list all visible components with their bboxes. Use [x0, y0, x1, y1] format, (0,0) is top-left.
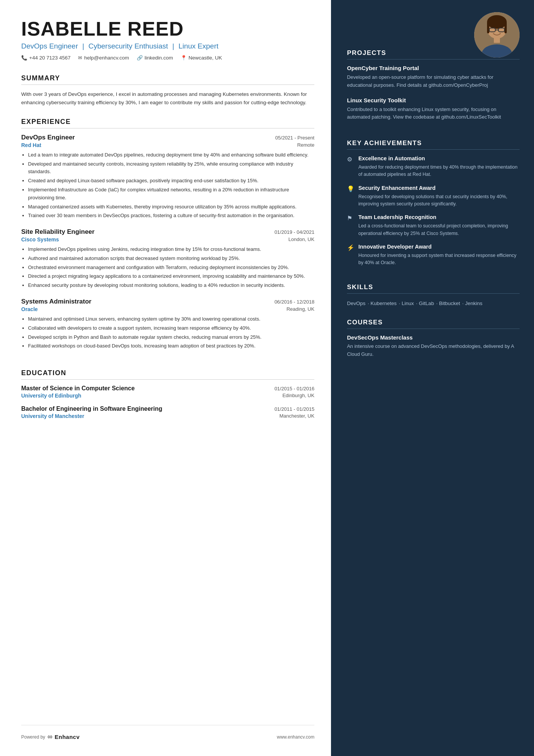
- candidate-name: ISABELLE REED: [21, 18, 314, 40]
- exp-bullets-2: Implemented DevOps pipelines using Jenki…: [21, 246, 314, 290]
- project-desc-1: Developed an open-source platform for si…: [347, 74, 520, 89]
- skills-section: SKILLS DevOps · Kubernetes · Linux · Git…: [347, 283, 520, 308]
- title-2: Cybersecurity Enthusiast: [88, 42, 168, 50]
- bullet-2-4: Directed a project migrating legacy appl…: [28, 272, 314, 280]
- right-column: PROJECTS OpenCyber Training Portal Devel…: [331, 0, 534, 756]
- project-name-1: OpenCyber Training Portal: [347, 65, 520, 71]
- bullet-3-2: Collaborated with developers to create a…: [28, 324, 314, 332]
- exp-role-2: Site Reliability Engineer: [21, 228, 95, 236]
- skill-3: Linux: [402, 301, 414, 306]
- phone-icon: 📞: [21, 55, 27, 61]
- candidate-titles: DevOps Engineer | Cybersecurity Enthusia…: [21, 42, 314, 50]
- exp-header-3: Systems Administrator 06/2016 - 12/2018: [21, 298, 314, 305]
- edu-school-1: University of Edinburgh: [21, 393, 81, 399]
- svg-rect-3: [487, 22, 489, 33]
- avatar-container: [474, 12, 520, 58]
- exp-location-1: Remote: [297, 142, 315, 148]
- courses-title: COURSES: [347, 319, 520, 329]
- achievements-section: KEY ACHIEVEMENTS ⚙ Excellence in Automat…: [347, 139, 520, 272]
- skills-title: SKILLS: [347, 283, 520, 294]
- education-title: EDUCATION: [21, 369, 314, 380]
- contact-linkedin: 🔗 linkedin.com: [137, 55, 173, 61]
- exp-role-3: Systems Administrator: [21, 298, 91, 305]
- contact-info: 📞 +44 20 7123 4567 ✉ help@enhancv.com 🔗 …: [21, 55, 314, 61]
- summary-text: With over 3 years of DevOps experience, …: [21, 90, 314, 107]
- skill-1: DevOps: [347, 301, 365, 306]
- bullet-3-1: Maintained and optimised Linux servers, …: [28, 315, 314, 323]
- skill-4: GitLab: [419, 301, 434, 306]
- exp-entry-2: Site Reliability Engineer 01/2019 - 04/2…: [21, 228, 314, 290]
- pipe-1: |: [82, 42, 86, 50]
- exp-dates-2: 01/2019 - 04/2021: [275, 229, 315, 235]
- edu-location-2: Manchester, UK: [279, 413, 315, 419]
- achievement-title-4: Innovative Developer Award: [358, 243, 520, 250]
- achievement-content-4: Innovative Developer Award Honoured for …: [358, 243, 520, 267]
- contact-phone: 📞 +44 20 7123 4567: [21, 55, 70, 61]
- exp-company-row-1: Red Hat Remote: [21, 142, 314, 148]
- title-3: Linux Expert: [178, 42, 219, 50]
- exp-bullets-1: Led a team to integrate automated DevOps…: [21, 151, 314, 220]
- achievement-entry-1: ⚙ Excellence in Automation Awarded for r…: [347, 155, 520, 178]
- edu-row-1: Master of Science in Computer Science 01…: [21, 385, 314, 392]
- project-entry-1: OpenCyber Training Portal Developed an o…: [347, 65, 520, 89]
- edu-degree-2: Bachelor of Engineering in Software Engi…: [21, 405, 162, 412]
- bullet-3-3: Developed scripts in Python and Bash to …: [28, 333, 314, 341]
- course-desc-1: An intensive course on advanced DevSecOp…: [347, 343, 520, 358]
- bullet-2-3: Orchestrated environment management and …: [28, 264, 314, 272]
- achievement-desc-2: Recognised for developing solutions that…: [358, 193, 520, 208]
- achievement-icon-4: ⚡: [347, 244, 354, 251]
- achievement-content-3: Team Leadership Recognition Led a cross-…: [358, 214, 520, 237]
- footer-powered: Powered by ∞ Enhancv: [21, 733, 80, 741]
- resume-wrapper: ISABELLE REED DevOps Engineer | Cybersec…: [0, 0, 534, 756]
- exp-dates-1: 05/2021 - Present: [275, 135, 314, 141]
- avatar-svg: [474, 12, 520, 58]
- achievement-desc-1: Awarded for reducing deployment times by…: [358, 164, 520, 178]
- achievement-desc-3: Led a cross-functional team to successfu…: [358, 222, 520, 237]
- bullet-3-4: Facilitated workshops on cloud-based Dev…: [28, 342, 314, 350]
- education-section: EDUCATION Master of Science in Computer …: [21, 369, 314, 426]
- project-entry-2: Linux Security Toolkit Contributed to a …: [347, 97, 520, 122]
- skills-list: DevOps · Kubernetes · Linux · GitLab · B…: [347, 299, 520, 308]
- exp-entry-3: Systems Administrator 06/2016 - 12/2018 …: [21, 298, 314, 350]
- achievements-title: KEY ACHIEVEMENTS: [347, 139, 520, 150]
- exp-header-2: Site Reliability Engineer 01/2019 - 04/2…: [21, 228, 314, 236]
- phone-value: +44 20 7123 4567: [29, 55, 70, 61]
- exp-header-1: DevOps Engineer 05/2021 - Present: [21, 134, 314, 141]
- course-name-1: DevSecOps Masterclass: [347, 334, 520, 341]
- bullet-1-4: Implemented Infrastructure as Code (IaC)…: [28, 186, 314, 202]
- svg-rect-9: [494, 37, 500, 43]
- edu-degree-1: Master of Science in Computer Science: [21, 385, 135, 392]
- edu-row-2: Bachelor of Engineering in Software Engi…: [21, 405, 314, 412]
- bullet-1-3: Created and deployed Linux-based softwar…: [28, 177, 314, 185]
- edu-school-row-1: University of Edinburgh Edinburgh, UK: [21, 393, 314, 399]
- bullet-1-6: Trained over 30 team members in DevSecOp…: [28, 212, 314, 220]
- edu-entry-2: Bachelor of Engineering in Software Engi…: [21, 405, 314, 419]
- exp-bullets-3: Maintained and optimised Linux servers, …: [21, 315, 314, 350]
- exp-company-3: Oracle: [21, 306, 38, 312]
- exp-role-1: DevOps Engineer: [21, 134, 75, 141]
- exp-company-row-2: Cisco Systems London, UK: [21, 236, 314, 243]
- left-column: ISABELLE REED DevOps Engineer | Cybersec…: [0, 0, 331, 756]
- footer-url: www.enhancv.com: [277, 734, 314, 740]
- achievement-entry-3: ⚑ Team Leadership Recognition Led a cros…: [347, 214, 520, 237]
- exp-company-row-3: Oracle Reading, UK: [21, 306, 314, 312]
- location-icon: 📍: [181, 55, 187, 61]
- footer: Powered by ∞ Enhancv www.enhancv.com: [21, 725, 314, 741]
- pipe-2: |: [172, 42, 176, 50]
- achievement-title-1: Excellence in Automation: [358, 155, 520, 162]
- bullet-2-5: Enhanced security posture by developing …: [28, 282, 314, 290]
- summary-section: SUMMARY With over 3 years of DevOps expe…: [21, 74, 314, 107]
- achievement-entry-2: 💡 Security Enhancement Award Recognised …: [347, 185, 520, 208]
- exp-company-1: Red Hat: [21, 142, 41, 148]
- project-desc-2: Contributed to a toolkit enhancing Linux…: [347, 106, 520, 122]
- courses-section: COURSES DevSecOps Masterclass An intensi…: [347, 319, 520, 364]
- achievement-icon-2: 💡: [347, 185, 354, 193]
- edu-entry-1: Master of Science in Computer Science 01…: [21, 385, 314, 399]
- contact-email: ✉ help@enhancv.com: [78, 55, 129, 61]
- exp-company-2: Cisco Systems: [21, 236, 59, 243]
- email-icon: ✉: [78, 55, 82, 61]
- achievement-icon-1: ⚙: [347, 156, 354, 163]
- project-name-2: Linux Security Toolkit: [347, 97, 520, 103]
- svg-point-2: [487, 15, 507, 29]
- bullet-1-1: Led a team to integrate automated DevOps…: [28, 151, 314, 159]
